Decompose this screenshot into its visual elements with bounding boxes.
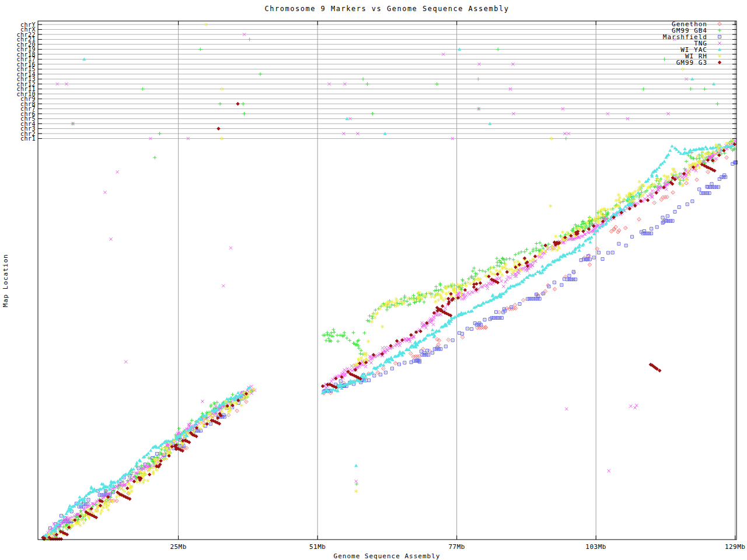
legend: GenethonGM99 GB4MarshfieldTNGWI YACWI RH… [663, 20, 721, 66]
x-tick-label-103: 103Mb [585, 543, 606, 551]
y-axis-title: Map Location [2, 254, 9, 307]
legend-marker-gb4-icon [718, 29, 721, 32]
grid-lines [38, 21, 736, 540]
chart-canvas: Chromosome 9 Markers vs Genome Sequence … [0, 0, 747, 560]
legend-marker-marshfield-icon [718, 36, 721, 38]
chart-title: Chromosome 9 Markers vs Genome Sequence … [265, 5, 509, 13]
scatter-series [41, 23, 737, 541]
legend-marker-rh-icon [718, 54, 721, 58]
x-tick-label-129: 129Mb [725, 543, 746, 551]
x-tick-label-51: 51Mb [309, 543, 326, 551]
legend-label-g3: GM99 G3 [676, 59, 707, 66]
chart-page: Chromosome 9 Markers vs Genome Sequence … [0, 0, 747, 560]
tick-labels: chrYchrXchr22chr21chr20chr19chr18chr17ch… [16, 22, 745, 551]
page: { "title": "Chromosome 9 Markers vs Geno… [0, 0, 747, 560]
x-axis-title: Genome Sequence Assembly [334, 552, 441, 560]
series-genethon-markers [43, 156, 728, 541]
legend-marker-genethon-icon [718, 22, 721, 26]
x-tick-label-77: 77Mb [448, 543, 465, 551]
legend-marker-g3-icon [718, 61, 721, 64]
chrom-label-chr1: chr1 [20, 135, 36, 142]
x-tick-label-25: 25Mb [170, 543, 187, 551]
